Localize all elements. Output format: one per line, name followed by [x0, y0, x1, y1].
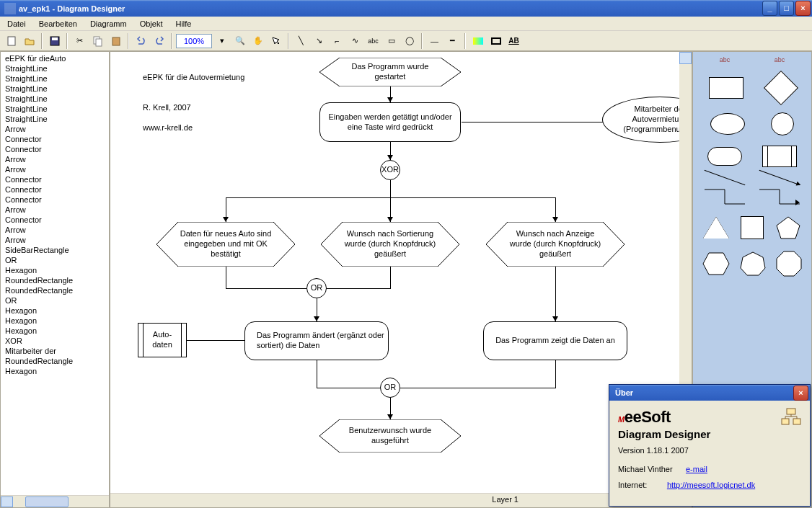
menu-bearbeiten[interactable]: Bearbeiten [36, 18, 80, 29]
object-list-item[interactable]: SideBarRectangle [1, 245, 109, 255]
palette-text-small[interactable]: abc [720, 56, 731, 63]
textstyle-tool[interactable]: AB [506, 33, 522, 49]
palette-square[interactable] [741, 216, 764, 239]
new-button[interactable] [3, 33, 19, 49]
fillcolor-tool[interactable] [469, 33, 486, 49]
object-list-item[interactable]: Arrow [1, 154, 109, 164]
redo-button[interactable] [151, 33, 167, 49]
object-list-item[interactable]: OR [1, 295, 109, 306]
palette-line[interactable] [705, 170, 746, 185]
zoom-tool-icon[interactable]: 🔍 [231, 33, 248, 49]
palette-text-small2[interactable]: abc [775, 56, 785, 63]
object-list-item[interactable]: Hexagon [1, 316, 109, 326]
copy-button[interactable] [89, 33, 106, 49]
menu-diagramm[interactable]: Diagramm [87, 18, 130, 29]
object-list-item[interactable]: Arrow [1, 235, 109, 245]
node-d3[interactable]: Wunsch nach Anzeige wurde (durch Knopfdr… [486, 222, 625, 267]
object-list-item[interactable]: Hexagon [1, 366, 109, 376]
node-input[interactable]: Eingaben werden getätigt und/oder eine T… [319, 102, 461, 142]
object-list-item[interactable]: RoundedRectangle [1, 285, 109, 295]
line-tool[interactable]: ╲ [293, 33, 309, 49]
linecolor-tool[interactable] [487, 33, 504, 49]
node-d1[interactable]: Daten für neues Auto sind eingegeben und… [156, 222, 295, 267]
object-list-item[interactable]: Arrow [1, 164, 109, 174]
menu-hilfe[interactable]: Hilfe [172, 18, 194, 29]
object-list-item[interactable]: Connector [1, 195, 109, 205]
node-user[interactable]: Mitarbeiter der Autovermietung (Programm… [602, 97, 679, 143]
open-button[interactable] [21, 33, 37, 49]
node-or1[interactable]: OR [306, 278, 327, 298]
object-list-item[interactable]: StraightLine [1, 104, 109, 114]
palette-circle[interactable] [771, 112, 794, 135]
palette-hexagon[interactable] [702, 251, 731, 276]
object-list-item[interactable]: XOR [1, 336, 109, 346]
object-list-item[interactable]: Connector [1, 144, 109, 154]
scroll-up-icon[interactable] [679, 52, 692, 64]
menu-objekt[interactable]: Objekt [137, 18, 166, 29]
object-list-item[interactable]: Hexagon [1, 265, 109, 275]
scroll-left-icon[interactable] [1, 496, 13, 507]
node-end[interactable]: Benutzerwunsch wurde ausgeführt [319, 419, 461, 453]
node-xor[interactable]: XOR [380, 160, 400, 180]
curve-tool[interactable]: ∿ [347, 33, 363, 49]
about-url-link[interactable]: http://meesoft.logicnet.dk [667, 481, 755, 489]
palette-roundrect[interactable] [707, 147, 742, 166]
arrow-tool[interactable]: ↘ [311, 33, 327, 49]
palette-diamond[interactable] [764, 71, 798, 105]
palette-triangle[interactable] [703, 217, 729, 239]
palette-ellipse[interactable] [710, 113, 745, 135]
zoom-dropdown[interactable]: ▾ [213, 33, 230, 49]
object-list-item[interactable]: StraightLine [1, 94, 109, 104]
rect-tool[interactable]: ▭ [383, 33, 400, 49]
scroll-thumb[interactable] [25, 496, 69, 507]
palette-octagon[interactable] [775, 250, 803, 277]
object-list-item[interactable]: RoundedRectangle [1, 356, 109, 366]
about-email-link[interactable]: e-mail [686, 465, 707, 473]
node-p1[interactable]: Das Programm ändert (ergänzt oder sortie… [244, 321, 389, 360]
node-p2[interactable]: Das Programm zeigt die Daten an [483, 321, 627, 360]
pointer-tool-icon[interactable] [268, 33, 284, 49]
paste-button[interactable] [107, 33, 124, 49]
about-close-button[interactable]: × [793, 386, 808, 401]
palette-pentagon[interactable] [775, 215, 801, 240]
palette-connector2[interactable] [758, 188, 801, 205]
object-list-item[interactable]: Arrow [1, 124, 109, 134]
zoom-select[interactable]: 100% [176, 34, 212, 48]
save-button[interactable] [46, 33, 63, 49]
object-list-item[interactable]: Connector [1, 215, 109, 225]
palette-heptagon[interactable] [739, 251, 767, 277]
object-list[interactable]: eEPK für dieAutoStraightLineStraightLine… [1, 52, 109, 495]
node-or2[interactable]: OR [380, 378, 400, 398]
object-list-item[interactable]: Connector [1, 134, 109, 144]
node-d2[interactable]: Wunsch nach Sortierung wurde (durch Knop… [321, 222, 459, 267]
object-list-item[interactable]: Connector [1, 174, 109, 184]
ellipse-tool[interactable]: ◯ [401, 33, 418, 49]
lineend-tool[interactable]: ━ [444, 33, 461, 49]
linestyle-tool[interactable]: — [426, 33, 443, 49]
menu-datei[interactable]: Datei [4, 18, 29, 29]
palette-arrow[interactable] [759, 170, 800, 185]
node-start[interactable]: Das Programm wurde gestartet [319, 58, 461, 86]
objectlist-hscroll[interactable] [1, 495, 109, 507]
maximize-button[interactable]: □ [779, 1, 794, 16]
object-list-item[interactable]: OR [1, 255, 109, 265]
diagram-canvas[interactable]: eEPK für die Autovermietung R. Krell, 20… [110, 52, 679, 493]
minimize-button[interactable]: _ [762, 1, 777, 16]
connector-tool[interactable]: ⌐ [329, 33, 345, 49]
object-list-item[interactable]: Mitarbeiter der [1, 346, 109, 356]
object-list-item[interactable]: RoundedRectangle [1, 275, 109, 285]
palette-connector1[interactable] [703, 188, 746, 205]
node-autodaten[interactable]: Auto-daten [138, 323, 187, 357]
pan-tool-icon[interactable]: ✋ [250, 33, 266, 49]
object-list-item[interactable]: Arrow [1, 225, 109, 235]
object-list-item[interactable]: Connector [1, 184, 109, 195]
object-list-item[interactable]: StraightLine [1, 84, 109, 94]
object-list-item[interactable]: StraightLine [1, 114, 109, 124]
cut-button[interactable]: ✂ [71, 33, 88, 49]
palette-rectangle[interactable] [709, 77, 743, 99]
text-tool[interactable]: abc [365, 33, 381, 49]
object-list-item[interactable]: Hexagon [1, 306, 109, 316]
palette-sidebar-rect[interactable] [762, 146, 797, 167]
close-button[interactable]: × [795, 1, 811, 16]
undo-button[interactable] [133, 33, 149, 49]
